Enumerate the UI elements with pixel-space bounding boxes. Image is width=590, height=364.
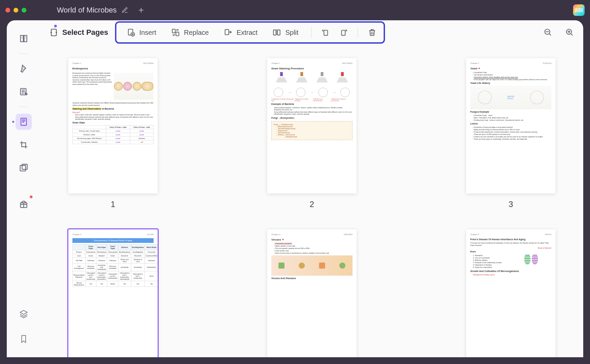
page-thumbnail[interactable]: Chapter 5PRION Prion's Disease Of Human … (466, 229, 555, 357)
sidebar-crop-button[interactable] (16, 137, 32, 153)
page-item[interactable]: Chapter 1BACTERIA Endospores Endospores … (68, 58, 158, 209)
extract-button[interactable]: Extract (218, 25, 264, 40)
page-thumbnail[interactable]: Chapter 4VIRUSES Viruses ✦ • Intracellul… (267, 229, 357, 357)
pages-grid: Chapter 1BACTERIA Endospores Endospores … (41, 45, 583, 357)
sidebar (7, 20, 41, 357)
svg-rect-13 (324, 30, 328, 36)
page-item[interactable]: Chapter 2FUNGUS Yeast ✦ • Unicellular Fu… (466, 58, 555, 209)
rotate-left-button[interactable] (318, 25, 333, 40)
select-pages-icon (49, 28, 58, 37)
page-thumbnail[interactable]: Chapter 3ALGAE Characteristics Of Select… (68, 229, 158, 357)
zoom-in-icon (565, 28, 574, 37)
insert-icon (127, 28, 135, 37)
svg-rect-11 (274, 30, 276, 35)
document-tab[interactable]: World of Microbes (57, 6, 128, 15)
page-number: 3 (508, 200, 513, 209)
rotate-right-button[interactable] (336, 25, 351, 40)
highlighted-toolbar-group: Insert Replace Extract Split (115, 21, 385, 44)
svg-rect-9 (176, 32, 179, 36)
rotate-left-icon (321, 28, 330, 37)
tab-title: World of Microbes (57, 6, 117, 15)
rotate-right-icon (339, 28, 348, 37)
titlebar: World of Microbes + (0, 0, 590, 20)
sidebar-gift-button[interactable] (16, 196, 32, 212)
window-controls (5, 8, 26, 13)
page-thumbnail[interactable]: Chapter 1BACTERIA Gram Staining Procedur… (267, 58, 357, 194)
page-item[interactable]: Chapter 4VIRUSES Viruses ✦ • Intracellul… (267, 229, 357, 357)
page-thumbnail[interactable]: Chapter 1BACTERIA Endospores Endospores … (68, 58, 158, 194)
page-item[interactable]: Chapter 1BACTERIA Gram Staining Procedur… (267, 58, 357, 209)
extract-icon (224, 28, 232, 37)
svg-rect-2 (20, 165, 26, 171)
svg-rect-3 (22, 164, 27, 169)
insert-button[interactable]: Insert (120, 25, 162, 40)
notification-dot (30, 196, 32, 198)
page-number: 2 (310, 200, 314, 209)
sidebar-pages-button[interactable] (16, 114, 32, 130)
extract-label: Extract (236, 29, 257, 37)
replace-button[interactable]: Replace (165, 25, 215, 40)
active-indicator (12, 121, 14, 123)
replace-label: Replace (184, 29, 209, 37)
split-button[interactable]: Split (266, 25, 304, 40)
toolbar: Select Pages Insert Replace Extract (41, 20, 583, 45)
svg-rect-12 (278, 30, 280, 35)
sidebar-layers-button[interactable] (16, 306, 32, 322)
zoom-out-icon (544, 28, 552, 37)
zoom-in-button[interactable] (562, 25, 577, 40)
page-item[interactable]: Chapter 3ALGAE Characteristics Of Select… (68, 229, 158, 357)
svg-rect-5 (51, 29, 56, 36)
page-thumbnail[interactable]: Chapter 2FUNGUS Yeast ✦ • Unicellular Fu… (466, 58, 555, 194)
minimize-window-button[interactable] (14, 8, 18, 13)
page-number: 1 (111, 200, 115, 209)
add-tab-button[interactable]: + (138, 5, 144, 16)
edit-icon (121, 7, 128, 14)
sidebar-highlight-button[interactable] (16, 61, 32, 77)
delete-button[interactable] (365, 25, 380, 40)
zoom-out-button[interactable] (541, 25, 555, 40)
svg-rect-14 (342, 30, 345, 36)
trash-icon (368, 28, 377, 37)
split-icon (272, 28, 281, 37)
indicator-dot (54, 25, 57, 27)
app-logo[interactable] (573, 4, 585, 16)
page-item[interactable]: Chapter 5PRION Prion's Disease Of Human … (466, 229, 555, 357)
svg-rect-8 (172, 29, 175, 33)
insert-label: Insert (139, 29, 156, 37)
svg-rect-10 (225, 29, 229, 35)
split-label: Split (285, 29, 298, 37)
replace-icon (171, 28, 180, 37)
select-pages-button[interactable]: Select Pages (47, 27, 111, 38)
sidebar-reader-button[interactable] (16, 30, 32, 47)
sidebar-watermark-button[interactable] (16, 160, 32, 176)
select-pages-label: Select Pages (62, 28, 108, 37)
close-window-button[interactable] (5, 8, 10, 13)
sidebar-bookmark-button[interactable] (16, 331, 32, 347)
maximize-window-button[interactable] (22, 8, 26, 13)
sidebar-edit-button[interactable] (16, 84, 32, 100)
